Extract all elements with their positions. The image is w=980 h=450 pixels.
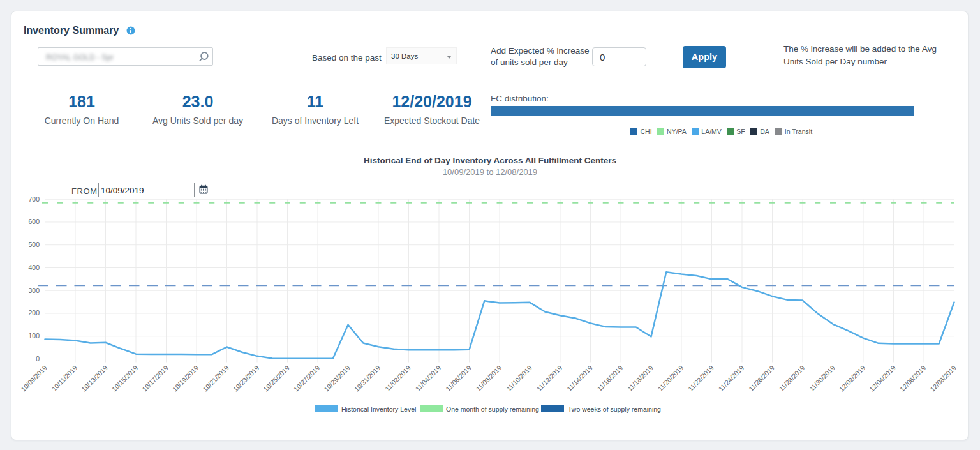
svg-text:600: 600	[28, 218, 40, 225]
svg-text:10/31/2019: 10/31/2019	[353, 364, 382, 393]
svg-text:10/19/2019: 10/19/2019	[171, 364, 200, 393]
svg-text:11/06/2019: 11/06/2019	[444, 364, 473, 393]
svg-text:12/08/2019: 12/08/2019	[928, 364, 958, 393]
svg-text:11/16/2019: 11/16/2019	[595, 364, 624, 393]
svg-text:11/30/2019: 11/30/2019	[808, 364, 836, 393]
svg-text:11/28/2019: 11/28/2019	[777, 364, 806, 393]
svg-text:11/22/2019: 11/22/2019	[687, 364, 715, 393]
svg-text:11/12/2019: 11/12/2019	[535, 364, 563, 393]
svg-text:700: 700	[28, 195, 40, 203]
svg-text:11/02/2019: 11/02/2019	[383, 364, 412, 393]
svg-text:11/24/2019: 11/24/2019	[716, 364, 745, 393]
svg-text:10/21/2019: 10/21/2019	[201, 364, 230, 393]
svg-text:0: 0	[36, 355, 40, 363]
svg-text:10/25/2019: 10/25/2019	[262, 364, 291, 393]
svg-text:11/10/2019: 11/10/2019	[505, 364, 533, 393]
svg-text:11/26/2019: 11/26/2019	[747, 364, 776, 393]
svg-text:12/04/2019: 12/04/2019	[868, 364, 897, 393]
svg-text:12/06/2019: 12/06/2019	[898, 364, 928, 393]
svg-text:100: 100	[28, 332, 40, 340]
svg-text:11/14/2019: 11/14/2019	[565, 364, 594, 393]
svg-text:11/20/2019: 11/20/2019	[656, 364, 685, 393]
svg-text:11/04/2019: 11/04/2019	[413, 364, 442, 393]
svg-text:10/11/2019: 10/11/2019	[50, 364, 78, 393]
svg-text:10/13/2019: 10/13/2019	[80, 364, 109, 393]
svg-text:200: 200	[28, 309, 40, 317]
svg-text:10/29/2019: 10/29/2019	[322, 364, 352, 393]
svg-text:300: 300	[28, 287, 40, 294]
svg-text:500: 500	[28, 241, 40, 248]
svg-text:10/09/2019: 10/09/2019	[19, 364, 48, 393]
svg-text:10/27/2019: 10/27/2019	[292, 364, 322, 393]
svg-text:12/02/2019: 12/02/2019	[838, 364, 867, 393]
svg-text:11/08/2019: 11/08/2019	[474, 364, 503, 393]
svg-text:10/23/2019: 10/23/2019	[232, 364, 261, 393]
svg-text:400: 400	[28, 264, 40, 271]
svg-text:10/15/2019: 10/15/2019	[110, 364, 140, 393]
svg-text:11/18/2019: 11/18/2019	[626, 364, 655, 393]
svg-text:10/17/2019: 10/17/2019	[140, 364, 170, 393]
